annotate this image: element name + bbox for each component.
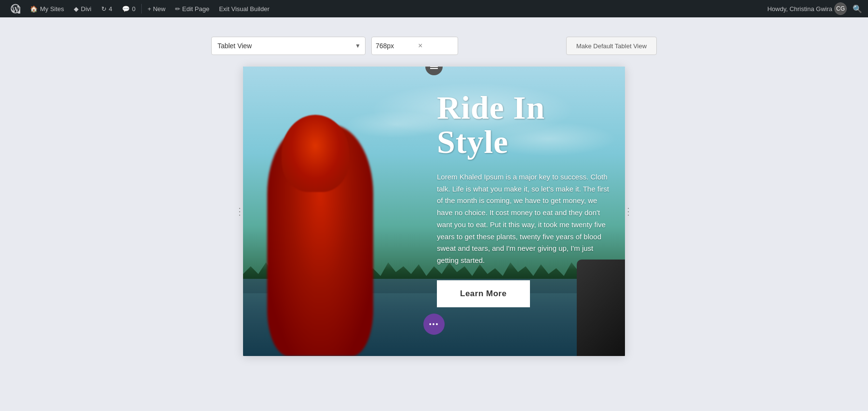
howdy-text: Howdy, Christina Gwira (767, 5, 832, 13)
comments-count: 0 (132, 5, 136, 13)
divi-label: Divi (81, 5, 92, 13)
hero-title: Ride In Style (437, 91, 610, 160)
sites-icon: 🏠 (30, 5, 38, 13)
figure-hood (282, 115, 349, 192)
make-default-button[interactable]: Make Default Tablet View (566, 37, 657, 55)
view-select[interactable]: Desktop View Tablet View Phone View (211, 37, 366, 55)
my-sites-label: My Sites (40, 5, 64, 13)
width-input[interactable] (376, 42, 414, 50)
toolbar-row: Desktop View Tablet View Phone View ▼ × … (211, 37, 657, 55)
search-icon[interactable]: 🔍 (853, 4, 862, 14)
divi-button[interactable]: ◆ Divi (69, 0, 96, 17)
red-figure (258, 105, 393, 356)
right-resize-handle[interactable]: ⋮ (625, 67, 632, 356)
user-info: Howdy, Christina Gwira CG 🔍 (767, 2, 862, 15)
exit-vb-label: Exit Visual Builder (219, 5, 270, 13)
divi-icon: ◆ (74, 5, 79, 13)
exit-vb-button[interactable]: Exit Visual Builder (214, 0, 274, 17)
comments-button[interactable]: 💬 0 (117, 0, 140, 17)
view-select-wrapper: Desktop View Tablet View Phone View ▼ (211, 37, 366, 55)
new-label: + New (148, 5, 165, 13)
divider-1 (141, 4, 142, 14)
width-input-wrapper: × (371, 37, 458, 55)
floating-menu-button[interactable] (423, 314, 445, 335)
right-resize-icon: ⋮ (624, 206, 633, 217)
canvas-wrapper: ⋮ Ride In (236, 67, 632, 356)
updates-icon: ↻ (101, 5, 107, 13)
my-sites-button[interactable]: 🏠 My Sites (25, 0, 69, 17)
hero-body-text: Lorem Khaled Ipsum is a major key to suc… (437, 171, 610, 267)
edit-page-label: ✏ Edit Page (175, 5, 209, 13)
admin-bar: 🏠 My Sites ◆ Divi ↻ 4 💬 0 + New ✏ Edit P… (0, 0, 868, 17)
comments-icon: 💬 (122, 5, 130, 13)
learn-more-button[interactable]: Learn More (437, 280, 530, 307)
updates-button[interactable]: ↻ 4 (96, 0, 117, 17)
avatar[interactable]: CG (834, 2, 847, 15)
edit-page-button[interactable]: ✏ Edit Page (170, 0, 214, 17)
wordpress-icon (11, 4, 20, 14)
updates-count: 4 (109, 5, 112, 13)
clear-width-button[interactable]: × (417, 42, 423, 50)
page-preview: Ride In Style Lorem Khaled Ipsum is a ma… (243, 67, 625, 356)
hero-background: Ride In Style Lorem Khaled Ipsum is a ma… (243, 67, 625, 356)
hero-content: Ride In Style Lorem Khaled Ipsum is a ma… (437, 91, 610, 307)
main-area: Desktop View Tablet View Phone View ▼ × … (0, 17, 868, 411)
wp-logo-button[interactable] (6, 0, 25, 17)
left-resize-handle[interactable]: ⋮ (236, 67, 243, 356)
new-button[interactable]: + New (143, 0, 170, 17)
